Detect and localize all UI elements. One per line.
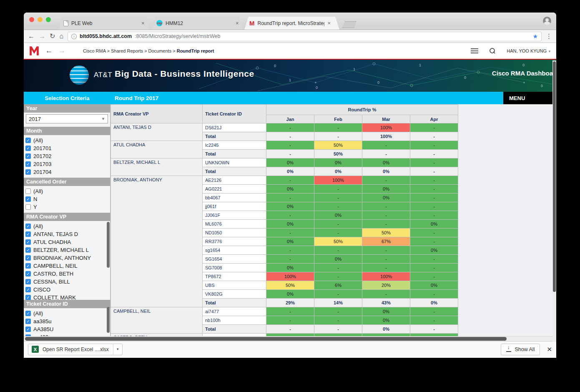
- total-value-cell: -: [266, 132, 314, 141]
- vp-list-scrollbar[interactable]: [107, 222, 110, 268]
- rma-creator-vp-option[interactable]: ✓(All): [25, 222, 110, 230]
- cancelled-order-option[interactable]: ✓N: [25, 195, 110, 203]
- checkbox[interactable]: ✓: [25, 327, 31, 332]
- rma-creator-vp-option[interactable]: ✓CESSNA, BILL: [25, 278, 110, 286]
- value-cell: 0%: [266, 237, 314, 246]
- rma-creator-vp-option[interactable]: ✓BELTZER, MICHAEL L: [25, 246, 110, 254]
- search-icon[interactable]: [489, 48, 496, 54]
- month-option[interactable]: ✓201702: [25, 152, 110, 160]
- vp-cell: BRODNIAK, ANTHONY: [111, 176, 203, 307]
- checkbox[interactable]: ✓: [25, 319, 31, 324]
- checkbox[interactable]: ✓: [25, 146, 31, 151]
- month-option[interactable]: ✓201704: [25, 168, 110, 176]
- nav-forward-icon[interactable]: →: [58, 47, 65, 55]
- show-all-label: Show All: [515, 347, 535, 352]
- vertical-scrollbar-thumb[interactable]: [553, 61, 556, 292]
- rma-creator-vp-option[interactable]: ✓ANTANI, TEJAS D: [25, 230, 110, 238]
- download-options-caret[interactable]: ▼: [113, 344, 122, 355]
- ticket-id-cell: DS621J: [203, 123, 266, 132]
- ticket-list-scrollbar[interactable]: [107, 307, 110, 333]
- ticket-id-cell: ai7477: [203, 307, 266, 316]
- col-header-rma-creator-vp: RMA Creator VP: [111, 105, 203, 123]
- value-cell: -: [410, 290, 458, 299]
- ticket-creator-id-option[interactable]: ✓AA385U: [25, 325, 110, 333]
- reload-icon[interactable]: ↻: [50, 33, 55, 40]
- tab-close-icon[interactable]: ×: [141, 20, 145, 26]
- value-cell: 50%: [266, 281, 314, 290]
- menu-button[interactable]: MENU: [503, 92, 554, 104]
- value-cell: -: [314, 185, 362, 193]
- checkbox[interactable]: ✓: [25, 263, 31, 269]
- checkbox[interactable]: [25, 204, 31, 210]
- checkbox[interactable]: ✓: [25, 153, 31, 159]
- checkbox[interactable]: ✓: [25, 247, 31, 253]
- breadcrumb-path[interactable]: Cisco RMA > Shared Reports > Documents >: [83, 48, 176, 53]
- rma-creator-vp-option[interactable]: ✓ATUL CHADHA: [25, 238, 110, 246]
- nav-back-icon[interactable]: ←: [45, 47, 53, 55]
- rma-creator-vp-option[interactable]: ✓BRODNIAK, ANTHONY: [25, 254, 110, 262]
- cancelled-order-option[interactable]: (All): [25, 187, 110, 195]
- profile-icon[interactable]: [543, 17, 551, 25]
- page-info-icon[interactable]: i: [71, 34, 77, 39]
- checkbox[interactable]: ✓: [25, 196, 31, 202]
- checkbox[interactable]: ✓: [25, 255, 31, 261]
- menu-hamburger-icon[interactable]: [471, 48, 478, 53]
- checkbox[interactable]: ✓: [25, 239, 31, 245]
- filter-option-label: CASTRO, BETH: [33, 271, 73, 277]
- downloaded-file-button[interactable]: X Open SR Report Excel ....xlsx ▼: [28, 344, 123, 355]
- value-cell: -: [410, 255, 458, 264]
- rma-creator-vp-option[interactable]: ✓CASTRO, BETH: [25, 270, 110, 278]
- checkbox[interactable]: ✓: [25, 287, 31, 292]
- close-window-button[interactable]: [29, 17, 34, 22]
- zoom-window-button[interactable]: [46, 17, 51, 22]
- show-all-downloads-button[interactable]: Show All: [501, 344, 540, 355]
- browser-menu-icon[interactable]: ⋮: [546, 33, 552, 40]
- cancelled-order-option[interactable]: Y: [25, 203, 110, 211]
- tab-hmm12[interactable]: csp HMM12 ×: [151, 17, 243, 30]
- tab-ple-web[interactable]: PLE Web ×: [58, 17, 150, 30]
- checkbox[interactable]: ✓: [25, 138, 31, 143]
- rma-creator-vp-option[interactable]: ✓CISCO: [25, 286, 110, 294]
- csp-favicon: csp: [156, 20, 163, 26]
- tab-roundtrip-report[interactable]: M RoundTrip report. MicroStrateg ×: [244, 17, 339, 30]
- ticket-id-cell: SG7008: [203, 264, 266, 272]
- horizontal-scrollbar[interactable]: [24, 336, 556, 341]
- checkbox[interactable]: ✓: [25, 161, 31, 167]
- ticket-id-cell: AE2126: [203, 176, 266, 185]
- checkbox[interactable]: ✓: [25, 279, 31, 284]
- checkbox[interactable]: [25, 188, 31, 194]
- vertical-scrollbar[interactable]: [552, 60, 556, 342]
- horizontal-scrollbar-thumb[interactable]: [25, 337, 507, 341]
- month-option[interactable]: ✓201701: [25, 144, 110, 152]
- bookmark-star-icon[interactable]: ★: [532, 33, 538, 40]
- tab-close-icon[interactable]: ×: [236, 20, 239, 26]
- checkbox[interactable]: ✓: [25, 271, 31, 276]
- filter-option-label: AA385U: [33, 326, 53, 332]
- address-bar[interactable]: i bltd055.bhdc.att.com:8085/MicroStrateg…: [68, 32, 542, 41]
- year-dropdown[interactable]: 2017 ▼: [26, 114, 108, 123]
- ticket-creator-id-option[interactable]: ✓(All): [25, 309, 110, 317]
- tab-close-icon[interactable]: ×: [328, 20, 331, 26]
- ticket-creator-id-option[interactable]: ✓aa385u: [25, 317, 110, 325]
- home-icon[interactable]: ⌂: [59, 33, 63, 40]
- checkbox[interactable]: ✓: [25, 231, 31, 237]
- checkbox[interactable]: ✓: [25, 169, 31, 175]
- filter-option-label: (All): [33, 223, 43, 229]
- checkbox[interactable]: ✓: [25, 224, 31, 229]
- ticket-creator-id-option[interactable]: ✓aa409r: [25, 333, 110, 336]
- user-menu[interactable]: HAN, YOO KYUNG ▼: [507, 48, 551, 53]
- window-controls[interactable]: [29, 17, 51, 22]
- month-option[interactable]: ✓(All): [25, 136, 110, 144]
- minimize-window-button[interactable]: [38, 17, 43, 22]
- checkbox[interactable]: ✓: [25, 311, 31, 316]
- month-option[interactable]: ✓201703: [25, 160, 110, 168]
- new-tab-button[interactable]: [342, 21, 357, 28]
- vp-cell: BELTZER, MICHAEL L: [111, 158, 203, 176]
- back-icon[interactable]: ←: [28, 33, 35, 40]
- tab-strip: PLE Web × csp HMM12 × M RoundTrip report…: [24, 13, 556, 30]
- microstrategy-logo[interactable]: [29, 45, 40, 56]
- table-row: BELTZER, MICHAEL LUNKNOWN0%0%0%-: [111, 158, 458, 167]
- close-downloads-bar-icon[interactable]: ✕: [547, 346, 552, 353]
- forward-icon[interactable]: →: [39, 33, 45, 40]
- rma-creator-vp-option[interactable]: ✓CAMPBELL, NEIL: [25, 262, 110, 270]
